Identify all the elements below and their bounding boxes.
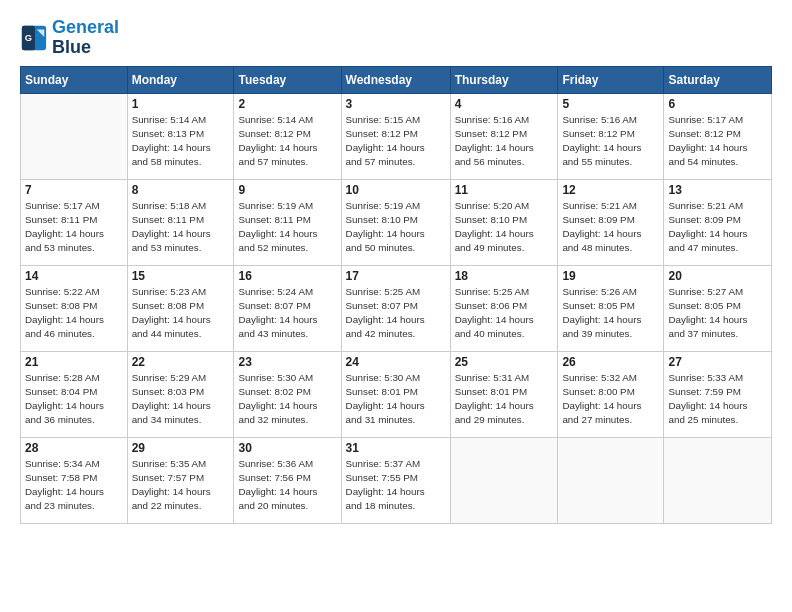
- weekday-header-saturday: Saturday: [664, 66, 772, 93]
- day-number: 28: [25, 441, 123, 455]
- calendar-week-row: 28Sunrise: 5:34 AMSunset: 7:58 PMDayligh…: [21, 437, 772, 523]
- day-info: Sunrise: 5:23 AMSunset: 8:08 PMDaylight:…: [132, 285, 230, 342]
- calendar-cell: 26Sunrise: 5:32 AMSunset: 8:00 PMDayligh…: [558, 351, 664, 437]
- calendar-cell: 21Sunrise: 5:28 AMSunset: 8:04 PMDayligh…: [21, 351, 128, 437]
- day-number: 19: [562, 269, 659, 283]
- day-number: 4: [455, 97, 554, 111]
- day-number: 24: [346, 355, 446, 369]
- calendar-cell: 19Sunrise: 5:26 AMSunset: 8:05 PMDayligh…: [558, 265, 664, 351]
- logo-text: General Blue: [52, 18, 119, 58]
- day-number: 13: [668, 183, 767, 197]
- day-number: 22: [132, 355, 230, 369]
- calendar-cell: 14Sunrise: 5:22 AMSunset: 8:08 PMDayligh…: [21, 265, 128, 351]
- day-number: 20: [668, 269, 767, 283]
- day-number: 10: [346, 183, 446, 197]
- day-number: 18: [455, 269, 554, 283]
- day-number: 7: [25, 183, 123, 197]
- calendar-table: SundayMondayTuesdayWednesdayThursdayFrid…: [20, 66, 772, 524]
- day-info: Sunrise: 5:30 AMSunset: 8:01 PMDaylight:…: [346, 371, 446, 428]
- day-info: Sunrise: 5:35 AMSunset: 7:57 PMDaylight:…: [132, 457, 230, 514]
- calendar-cell: 13Sunrise: 5:21 AMSunset: 8:09 PMDayligh…: [664, 179, 772, 265]
- day-number: 3: [346, 97, 446, 111]
- day-info: Sunrise: 5:20 AMSunset: 8:10 PMDaylight:…: [455, 199, 554, 256]
- day-number: 26: [562, 355, 659, 369]
- calendar-cell: 27Sunrise: 5:33 AMSunset: 7:59 PMDayligh…: [664, 351, 772, 437]
- day-info: Sunrise: 5:27 AMSunset: 8:05 PMDaylight:…: [668, 285, 767, 342]
- day-info: Sunrise: 5:32 AMSunset: 8:00 PMDaylight:…: [562, 371, 659, 428]
- calendar-cell: 24Sunrise: 5:30 AMSunset: 8:01 PMDayligh…: [341, 351, 450, 437]
- weekday-header-row: SundayMondayTuesdayWednesdayThursdayFrid…: [21, 66, 772, 93]
- day-info: Sunrise: 5:18 AMSunset: 8:11 PMDaylight:…: [132, 199, 230, 256]
- calendar-cell: 11Sunrise: 5:20 AMSunset: 8:10 PMDayligh…: [450, 179, 558, 265]
- calendar-cell: 4Sunrise: 5:16 AMSunset: 8:12 PMDaylight…: [450, 93, 558, 179]
- calendar-cell: 10Sunrise: 5:19 AMSunset: 8:10 PMDayligh…: [341, 179, 450, 265]
- calendar-week-row: 21Sunrise: 5:28 AMSunset: 8:04 PMDayligh…: [21, 351, 772, 437]
- calendar-week-row: 1Sunrise: 5:14 AMSunset: 8:13 PMDaylight…: [21, 93, 772, 179]
- calendar-cell: 7Sunrise: 5:17 AMSunset: 8:11 PMDaylight…: [21, 179, 128, 265]
- page: G General Blue SundayMondayTuesdayWednes…: [0, 0, 792, 534]
- day-info: Sunrise: 5:26 AMSunset: 8:05 PMDaylight:…: [562, 285, 659, 342]
- day-number: 5: [562, 97, 659, 111]
- calendar-cell: [664, 437, 772, 523]
- calendar-cell: 31Sunrise: 5:37 AMSunset: 7:55 PMDayligh…: [341, 437, 450, 523]
- day-info: Sunrise: 5:22 AMSunset: 8:08 PMDaylight:…: [25, 285, 123, 342]
- weekday-header-sunday: Sunday: [21, 66, 128, 93]
- calendar-cell: [450, 437, 558, 523]
- calendar-cell: 22Sunrise: 5:29 AMSunset: 8:03 PMDayligh…: [127, 351, 234, 437]
- calendar-cell: 17Sunrise: 5:25 AMSunset: 8:07 PMDayligh…: [341, 265, 450, 351]
- day-info: Sunrise: 5:14 AMSunset: 8:13 PMDaylight:…: [132, 113, 230, 170]
- day-info: Sunrise: 5:29 AMSunset: 8:03 PMDaylight:…: [132, 371, 230, 428]
- weekday-header-thursday: Thursday: [450, 66, 558, 93]
- calendar-cell: 8Sunrise: 5:18 AMSunset: 8:11 PMDaylight…: [127, 179, 234, 265]
- weekday-header-friday: Friday: [558, 66, 664, 93]
- header: G General Blue: [20, 18, 772, 58]
- day-number: 16: [238, 269, 336, 283]
- day-number: 11: [455, 183, 554, 197]
- calendar-cell: 23Sunrise: 5:30 AMSunset: 8:02 PMDayligh…: [234, 351, 341, 437]
- day-number: 6: [668, 97, 767, 111]
- calendar-cell: 9Sunrise: 5:19 AMSunset: 8:11 PMDaylight…: [234, 179, 341, 265]
- weekday-header-tuesday: Tuesday: [234, 66, 341, 93]
- day-info: Sunrise: 5:16 AMSunset: 8:12 PMDaylight:…: [562, 113, 659, 170]
- day-number: 30: [238, 441, 336, 455]
- day-number: 12: [562, 183, 659, 197]
- day-info: Sunrise: 5:17 AMSunset: 8:12 PMDaylight:…: [668, 113, 767, 170]
- calendar-cell: 12Sunrise: 5:21 AMSunset: 8:09 PMDayligh…: [558, 179, 664, 265]
- calendar-cell: 2Sunrise: 5:14 AMSunset: 8:12 PMDaylight…: [234, 93, 341, 179]
- calendar-cell: 16Sunrise: 5:24 AMSunset: 8:07 PMDayligh…: [234, 265, 341, 351]
- day-number: 23: [238, 355, 336, 369]
- day-info: Sunrise: 5:31 AMSunset: 8:01 PMDaylight:…: [455, 371, 554, 428]
- day-number: 21: [25, 355, 123, 369]
- day-number: 1: [132, 97, 230, 111]
- day-info: Sunrise: 5:25 AMSunset: 8:07 PMDaylight:…: [346, 285, 446, 342]
- day-info: Sunrise: 5:15 AMSunset: 8:12 PMDaylight:…: [346, 113, 446, 170]
- calendar-cell: [21, 93, 128, 179]
- day-info: Sunrise: 5:25 AMSunset: 8:06 PMDaylight:…: [455, 285, 554, 342]
- day-number: 25: [455, 355, 554, 369]
- day-number: 9: [238, 183, 336, 197]
- day-info: Sunrise: 5:19 AMSunset: 8:11 PMDaylight:…: [238, 199, 336, 256]
- calendar-cell: [558, 437, 664, 523]
- day-info: Sunrise: 5:37 AMSunset: 7:55 PMDaylight:…: [346, 457, 446, 514]
- calendar-cell: 15Sunrise: 5:23 AMSunset: 8:08 PMDayligh…: [127, 265, 234, 351]
- day-info: Sunrise: 5:33 AMSunset: 7:59 PMDaylight:…: [668, 371, 767, 428]
- day-info: Sunrise: 5:36 AMSunset: 7:56 PMDaylight:…: [238, 457, 336, 514]
- weekday-header-wednesday: Wednesday: [341, 66, 450, 93]
- day-info: Sunrise: 5:21 AMSunset: 8:09 PMDaylight:…: [562, 199, 659, 256]
- calendar-cell: 18Sunrise: 5:25 AMSunset: 8:06 PMDayligh…: [450, 265, 558, 351]
- logo-icon: G: [20, 24, 48, 52]
- calendar-cell: 30Sunrise: 5:36 AMSunset: 7:56 PMDayligh…: [234, 437, 341, 523]
- day-number: 8: [132, 183, 230, 197]
- logo: G General Blue: [20, 18, 119, 58]
- weekday-header-monday: Monday: [127, 66, 234, 93]
- day-info: Sunrise: 5:34 AMSunset: 7:58 PMDaylight:…: [25, 457, 123, 514]
- calendar-cell: 29Sunrise: 5:35 AMSunset: 7:57 PMDayligh…: [127, 437, 234, 523]
- day-info: Sunrise: 5:30 AMSunset: 8:02 PMDaylight:…: [238, 371, 336, 428]
- calendar-cell: 1Sunrise: 5:14 AMSunset: 8:13 PMDaylight…: [127, 93, 234, 179]
- day-info: Sunrise: 5:28 AMSunset: 8:04 PMDaylight:…: [25, 371, 123, 428]
- calendar-cell: 25Sunrise: 5:31 AMSunset: 8:01 PMDayligh…: [450, 351, 558, 437]
- calendar-cell: 3Sunrise: 5:15 AMSunset: 8:12 PMDaylight…: [341, 93, 450, 179]
- day-number: 29: [132, 441, 230, 455]
- calendar-cell: 5Sunrise: 5:16 AMSunset: 8:12 PMDaylight…: [558, 93, 664, 179]
- day-info: Sunrise: 5:21 AMSunset: 8:09 PMDaylight:…: [668, 199, 767, 256]
